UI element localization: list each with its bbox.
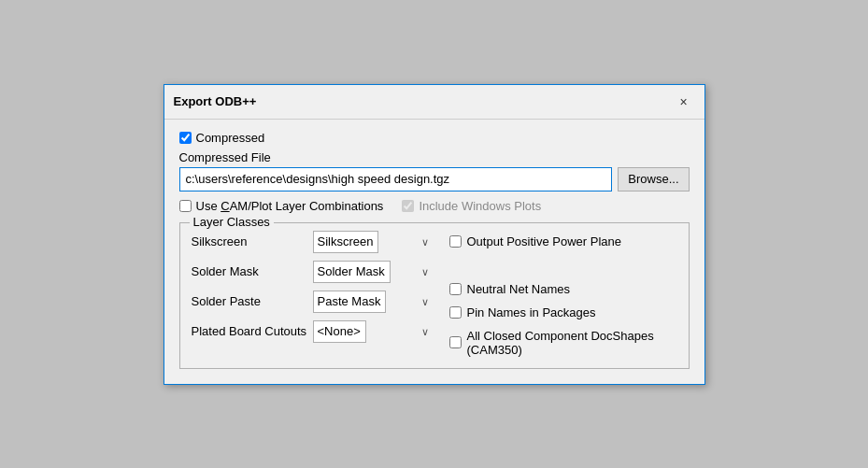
dialog-body: Compressed Compressed File Browse... Use… xyxy=(164,120,704,384)
layer-row-2: Solder Paste Paste Mask xyxy=(192,291,434,313)
layer-select-2[interactable]: Paste Mask xyxy=(313,291,386,313)
windows-plots-text: Include Windows Plots xyxy=(419,199,541,213)
two-col-layout: Silkscreen Silkscreen Solder Mask Solde xyxy=(192,231,677,357)
layer-classes-legend: Layer Classes xyxy=(190,215,274,229)
close-button[interactable]: × xyxy=(673,91,695,113)
select-wrapper-2: Paste Mask xyxy=(313,291,434,313)
browse-button[interactable]: Browse... xyxy=(618,167,689,191)
all-closed-shapes-label: All Closed Component DocShapes (CAM350) xyxy=(467,329,677,357)
layer-name-1: Solder Mask xyxy=(192,264,313,278)
right-option-0: Output Positive Power Plane xyxy=(449,234,677,248)
windows-plots-label: Include Windows Plots xyxy=(402,199,541,213)
select-wrapper-0: Silkscreen xyxy=(313,231,434,253)
cam-plot-text: Use CAM/Plot Layer Combinations xyxy=(196,199,384,213)
compressed-row: Compressed xyxy=(179,131,690,145)
layer-name-0: Silkscreen xyxy=(192,234,313,248)
file-label: Compressed File xyxy=(179,150,690,164)
neutral-net-names-label: Neutral Net Names xyxy=(467,282,571,296)
cam-plot-checkbox[interactable] xyxy=(179,200,192,212)
layer-name-2: Solder Paste xyxy=(192,294,313,308)
right-options: Output Positive Power Plane Neutral Net … xyxy=(449,231,677,357)
right-option-1: Neutral Net Names xyxy=(449,282,677,296)
right-option-3: All Closed Component DocShapes (CAM350) xyxy=(449,329,677,357)
file-row: Browse... xyxy=(179,167,690,191)
layer-select-3[interactable]: <None> xyxy=(313,320,366,343)
pin-names-checkbox[interactable] xyxy=(449,306,462,319)
options-row: Use CAM/Plot Layer Combinations Include … xyxy=(179,199,690,213)
layer-row-3: Plated Board Cutouts <None> xyxy=(192,320,434,343)
layer-select-1[interactable]: Solder Mask xyxy=(313,261,391,283)
select-wrapper-3: <None> xyxy=(313,320,434,343)
compressed-label: Compressed xyxy=(196,131,265,145)
layer-classes-group: Layer Classes Silkscreen Silkscreen xyxy=(179,222,690,369)
compressed-checkbox[interactable] xyxy=(179,132,192,144)
compressed-checkbox-label[interactable]: Compressed xyxy=(179,131,265,145)
export-odb-dialog: Export ODB++ × Compressed Compressed Fil… xyxy=(164,84,705,385)
layer-dropdowns: Silkscreen Silkscreen Solder Mask Solde xyxy=(192,231,434,357)
cam-plot-label[interactable]: Use CAM/Plot Layer Combinations xyxy=(179,199,384,213)
dialog-title: Export ODB++ xyxy=(174,94,257,108)
file-input[interactable] xyxy=(179,167,613,191)
output-positive-power-checkbox[interactable] xyxy=(449,235,462,248)
layer-row-1: Solder Mask Solder Mask xyxy=(192,261,434,283)
layer-row-0: Silkscreen Silkscreen xyxy=(192,231,434,253)
layer-select-0[interactable]: Silkscreen xyxy=(313,231,378,253)
windows-plots-checkbox xyxy=(402,200,414,212)
output-positive-power-label: Output Positive Power Plane xyxy=(467,234,621,248)
title-bar: Export ODB++ × xyxy=(164,85,704,120)
neutral-net-names-checkbox[interactable] xyxy=(449,283,462,295)
all-closed-shapes-checkbox[interactable] xyxy=(449,336,462,348)
select-wrapper-1: Solder Mask xyxy=(313,261,434,283)
right-option-2: Pin Names in Packages xyxy=(449,305,677,319)
pin-names-label: Pin Names in Packages xyxy=(467,305,596,319)
layer-name-3: Plated Board Cutouts xyxy=(192,324,313,338)
